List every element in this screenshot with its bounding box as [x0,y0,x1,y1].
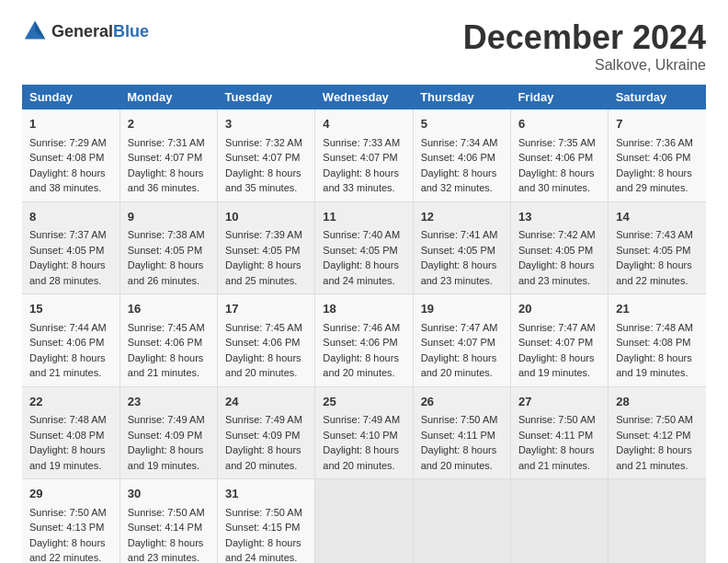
daylight-label: Daylight: 8 hours and 20 minutes. [421,352,497,379]
cell-week4-day3: 25Sunrise: 7:49 AMSunset: 4:10 PMDayligh… [315,386,413,479]
sunrise-label: Sunrise: 7:50 AM [225,507,302,518]
sunset-label: Sunset: 4:05 PM [616,245,690,256]
sunrise-label: Sunrise: 7:47 AM [421,322,498,333]
sunrise-label: Sunrise: 7:36 AM [616,137,693,148]
daylight-label: Daylight: 8 hours and 22 minutes. [29,537,106,564]
sunset-label: Sunset: 4:06 PM [225,337,300,348]
sunset-label: Sunset: 4:08 PM [29,430,104,441]
sunrise-label: Sunrise: 7:38 AM [128,229,205,240]
header-saturday: Saturday [609,85,706,109]
cell-week2-day1: 9Sunrise: 7:38 AMSunset: 4:05 PMDaylight… [119,201,217,294]
day-number: 25 [323,393,404,411]
header: GeneralBlue December 2024 Salkove, Ukrai… [22,18,706,74]
days-header-row: SundayMondayTuesdayWednesdayThursdayFrid… [22,85,706,109]
daylight-label: Daylight: 8 hours and 20 minutes. [421,444,497,471]
sunset-label: Sunset: 4:10 PM [323,430,397,441]
daylight-label: Daylight: 8 hours and 21 minutes. [29,352,106,379]
daylight-label: Daylight: 8 hours and 23 minutes. [518,259,595,286]
daylight-label: Daylight: 8 hours and 20 minutes. [323,352,399,379]
day-number: 28 [616,393,699,411]
sunset-label: Sunset: 4:05 PM [518,245,593,256]
sunset-label: Sunset: 4:15 PM [225,522,300,533]
cell-week1-day3: 4Sunrise: 7:33 AMSunset: 4:07 PMDaylight… [315,109,413,201]
sunrise-label: Sunrise: 7:35 AM [518,137,596,148]
sunset-label: Sunset: 4:11 PM [518,430,593,441]
daylight-label: Daylight: 8 hours and 36 minutes. [128,167,204,194]
cell-week3-day3: 18Sunrise: 7:46 AMSunset: 4:06 PMDayligh… [315,294,413,387]
sunset-label: Sunset: 4:05 PM [128,245,202,256]
cell-week1-day1: 2Sunrise: 7:31 AMSunset: 4:07 PMDaylight… [119,109,217,201]
logo: GeneralBlue [22,18,149,44]
day-number: 13 [518,208,600,226]
sunset-label: Sunset: 4:09 PM [225,430,300,441]
header-thursday: Thursday [413,85,510,109]
sunset-label: Sunset: 4:11 PM [421,430,495,441]
sunset-label: Sunset: 4:06 PM [518,152,593,163]
cell-week4-day5: 27Sunrise: 7:50 AMSunset: 4:11 PMDayligh… [510,386,608,479]
cell-week3-day6: 21Sunrise: 7:48 AMSunset: 4:08 PMDayligh… [609,294,706,387]
calendar-table: SundayMondayTuesdayWednesdayThursdayFrid… [22,85,706,563]
day-number: 12 [421,208,503,226]
sunrise-label: Sunrise: 7:34 AM [421,137,498,148]
daylight-label: Daylight: 8 hours and 32 minutes. [421,167,497,194]
sunrise-label: Sunrise: 7:31 AM [128,137,205,148]
header-monday: Monday [119,85,217,109]
day-number: 10 [225,208,307,226]
daylight-label: Daylight: 8 hours and 21 minutes. [518,444,595,471]
sunrise-label: Sunrise: 7:39 AM [225,229,302,240]
day-number: 15 [29,300,112,318]
day-number: 16 [128,300,210,318]
sunrise-label: Sunrise: 7:49 AM [225,414,302,425]
daylight-label: Daylight: 8 hours and 33 minutes. [323,167,399,194]
cell-week4-day4: 26Sunrise: 7:50 AMSunset: 4:11 PMDayligh… [413,386,510,479]
sunset-label: Sunset: 4:08 PM [29,152,104,163]
week-row-4: 22Sunrise: 7:48 AMSunset: 4:08 PMDayligh… [22,386,706,479]
daylight-label: Daylight: 8 hours and 29 minutes. [616,167,692,194]
sunrise-label: Sunrise: 7:50 AM [616,414,693,425]
sunset-label: Sunset: 4:09 PM [128,430,202,441]
daylight-label: Daylight: 8 hours and 19 minutes. [29,444,106,471]
cell-week2-day5: 13Sunrise: 7:42 AMSunset: 4:05 PMDayligh… [510,201,608,294]
header-wednesday: Wednesday [315,85,413,109]
sunrise-label: Sunrise: 7:50 AM [421,414,498,425]
day-number: 27 [518,393,600,411]
daylight-label: Daylight: 8 hours and 23 minutes. [421,259,497,286]
sunset-label: Sunset: 4:14 PM [128,522,202,533]
day-number: 20 [518,300,600,318]
sunrise-label: Sunrise: 7:43 AM [616,229,693,240]
day-number: 31 [225,485,307,503]
sunrise-label: Sunrise: 7:48 AM [29,414,107,425]
cell-week2-day6: 14Sunrise: 7:43 AMSunset: 4:05 PMDayligh… [609,201,706,294]
sunrise-label: Sunrise: 7:41 AM [421,229,498,240]
day-number: 24 [225,393,307,411]
daylight-label: Daylight: 8 hours and 22 minutes. [616,259,692,286]
sunrise-label: Sunrise: 7:37 AM [29,229,107,240]
sunset-label: Sunset: 4:12 PM [616,430,690,441]
daylight-label: Daylight: 8 hours and 20 minutes. [225,444,301,471]
daylight-label: Daylight: 8 hours and 26 minutes. [128,259,204,286]
sunrise-label: Sunrise: 7:48 AM [616,322,693,333]
sunset-label: Sunset: 4:13 PM [29,522,104,533]
cell-week2-day4: 12Sunrise: 7:41 AMSunset: 4:05 PMDayligh… [413,201,510,294]
cell-week4-day0: 22Sunrise: 7:48 AMSunset: 4:08 PMDayligh… [22,386,119,479]
sunset-label: Sunset: 4:06 PM [616,152,690,163]
day-number: 3 [225,115,307,133]
logo-icon [22,18,48,44]
title-area: December 2024 Salkove, Ukraine [463,18,706,74]
header-friday: Friday [510,85,608,109]
cell-week2-day2: 10Sunrise: 7:39 AMSunset: 4:05 PMDayligh… [218,201,315,294]
cell-week5-day2: 31Sunrise: 7:50 AMSunset: 4:15 PMDayligh… [218,479,315,564]
daylight-label: Daylight: 8 hours and 24 minutes. [323,259,399,286]
cell-week1-day2: 3Sunrise: 7:32 AMSunset: 4:07 PMDaylight… [218,109,315,201]
sunrise-label: Sunrise: 7:33 AM [323,137,400,148]
sunrise-label: Sunrise: 7:45 AM [128,322,205,333]
daylight-label: Daylight: 8 hours and 19 minutes. [518,352,595,379]
daylight-label: Daylight: 8 hours and 21 minutes. [616,444,692,471]
daylight-label: Daylight: 8 hours and 19 minutes. [128,444,204,471]
sunset-label: Sunset: 4:05 PM [29,245,104,256]
sunrise-label: Sunrise: 7:45 AM [225,322,302,333]
cell-week1-day5: 6Sunrise: 7:35 AMSunset: 4:06 PMDaylight… [510,109,608,201]
cell-week5-day3 [315,479,413,564]
sunrise-label: Sunrise: 7:32 AM [225,137,302,148]
sunset-label: Sunset: 4:07 PM [323,152,397,163]
